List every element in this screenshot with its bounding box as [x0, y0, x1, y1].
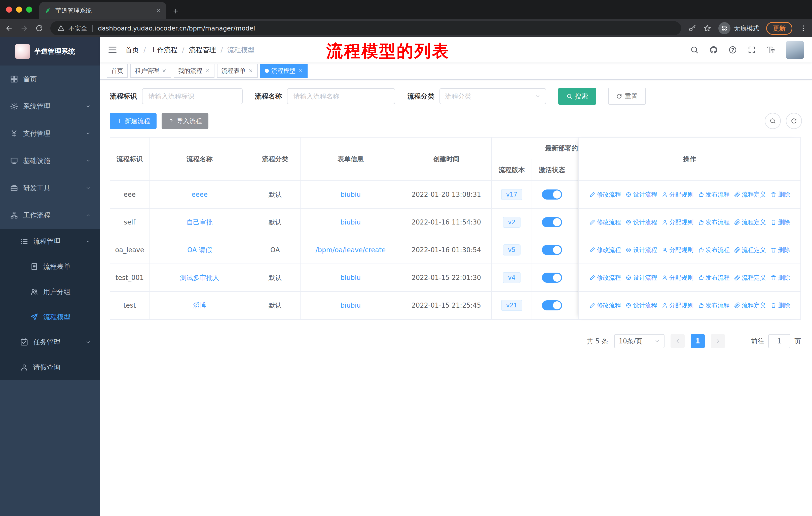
breadcrumb-item[interactable]: 流程管理: [189, 45, 216, 54]
sidebar-item-user-group[interactable]: 用户分组: [0, 279, 100, 304]
sidebar-item-home[interactable]: 首页: [0, 65, 100, 93]
bookmark-star-icon[interactable]: [703, 24, 711, 32]
forward-icon[interactable]: [20, 24, 28, 32]
cell-form-link[interactable]: biubiu: [300, 264, 401, 292]
hamburger-icon[interactable]: [108, 45, 117, 55]
sidebar-item-devtools[interactable]: 研发工具: [0, 174, 100, 201]
op-assign-link[interactable]: 分配规则: [662, 246, 693, 254]
tag-流程表单[interactable]: 流程表单: [217, 64, 258, 78]
cell-form-link[interactable]: biubiu: [300, 292, 401, 320]
goto-page-input[interactable]: [768, 334, 790, 348]
op-publish-link[interactable]: 发布流程: [698, 190, 730, 198]
url-bar[interactable]: 不安全 dashboard.yudao.iocoder.cn/bpm/manag…: [50, 21, 681, 35]
op-definition-link[interactable]: 流程定义: [734, 274, 766, 282]
cell-form-link[interactable]: biubiu: [300, 209, 401, 236]
window-zoom-button[interactable]: [26, 6, 32, 12]
op-definition-link[interactable]: 流程定义: [734, 218, 766, 226]
prev-page-button[interactable]: [671, 334, 685, 348]
help-icon[interactable]: [728, 46, 737, 54]
sidebar-item-process-model[interactable]: 流程模型: [0, 304, 100, 330]
fullscreen-icon[interactable]: [748, 46, 756, 54]
op-modify-link[interactable]: 修改流程: [589, 301, 621, 309]
op-modify-link[interactable]: 修改流程: [589, 246, 621, 254]
window-close-button[interactable]: [6, 6, 12, 12]
browser-menu-icon[interactable]: [800, 24, 807, 32]
next-page-button[interactable]: [711, 334, 725, 348]
tag-租户管理[interactable]: 租户管理: [130, 64, 171, 78]
op-delete-link[interactable]: 删除: [771, 218, 790, 226]
window-minimize-button[interactable]: [16, 6, 22, 12]
sidebar-item-workflow[interactable]: 工作流程: [0, 201, 100, 229]
current-page[interactable]: 1: [691, 334, 705, 348]
op-definition-link[interactable]: 流程定义: [734, 301, 766, 309]
process-name-input[interactable]: [287, 88, 395, 104]
refresh-table-button[interactable]: [786, 113, 802, 129]
toggle-search-button[interactable]: [765, 113, 781, 129]
op-publish-link[interactable]: 发布流程: [698, 301, 730, 309]
reset-button[interactable]: 重置: [608, 88, 646, 105]
op-assign-link[interactable]: 分配规则: [662, 274, 693, 282]
create-process-button[interactable]: 新建流程: [110, 113, 156, 129]
sidebar-logo[interactable]: 芋道管理系统: [0, 37, 100, 65]
user-avatar[interactable]: [786, 41, 804, 59]
cell-form-link[interactable]: /bpm/oa/leave/create: [300, 236, 401, 264]
op-delete-link[interactable]: 删除: [771, 301, 790, 309]
op-publish-link[interactable]: 发布流程: [698, 246, 730, 254]
search-icon[interactable]: [690, 46, 699, 54]
op-publish-link[interactable]: 发布流程: [698, 274, 730, 282]
active-toggle[interactable]: [542, 245, 562, 255]
reload-icon[interactable]: [35, 24, 43, 32]
cell-form-link[interactable]: biubiu: [300, 181, 401, 209]
sidebar-item-payment[interactable]: 支付管理: [0, 120, 100, 147]
sidebar-item-leave-query[interactable]: 请假查询: [0, 355, 100, 380]
tag-close-icon[interactable]: [205, 68, 210, 73]
op-definition-link[interactable]: 流程定义: [734, 190, 766, 198]
password-key-icon[interactable]: [688, 24, 696, 32]
back-icon[interactable]: [5, 24, 13, 32]
sidebar-item-infra[interactable]: 基础设施: [0, 147, 100, 174]
sidebar-item-process-form[interactable]: 流程表单: [0, 254, 100, 279]
page-size-select[interactable]: 10条/页: [614, 334, 665, 348]
tag-close-icon[interactable]: [248, 68, 253, 73]
cell-name-link[interactable]: 自己审批: [149, 209, 250, 236]
op-publish-link[interactable]: 发布流程: [698, 218, 730, 226]
op-design-link[interactable]: 设计流程: [626, 218, 657, 226]
browser-tab[interactable]: 芋道管理系统: [39, 2, 166, 19]
sidebar-item-task-mgmt[interactable]: 任务管理: [0, 330, 100, 355]
cell-name-link[interactable]: eeee: [149, 181, 250, 209]
github-icon[interactable]: [709, 46, 718, 54]
op-design-link[interactable]: 设计流程: [626, 301, 657, 309]
cell-name-link[interactable]: 测试多审批人: [149, 264, 250, 292]
breadcrumb-item[interactable]: 首页: [125, 45, 139, 54]
active-toggle[interactable]: [542, 217, 562, 227]
tag-首页[interactable]: 首页: [107, 64, 128, 78]
tab-close-icon[interactable]: [155, 8, 161, 13]
active-toggle[interactable]: [542, 300, 562, 310]
breadcrumb-item[interactable]: 工作流程: [150, 45, 177, 54]
op-assign-link[interactable]: 分配规则: [662, 301, 693, 309]
op-modify-link[interactable]: 修改流程: [589, 274, 621, 282]
search-button[interactable]: 搜索: [558, 88, 596, 105]
update-button[interactable]: 更新: [766, 22, 792, 35]
new-tab-icon[interactable]: [172, 7, 179, 15]
op-design-link[interactable]: 设计流程: [626, 246, 657, 254]
category-select[interactable]: 流程分类: [439, 88, 546, 104]
active-toggle[interactable]: [542, 273, 562, 283]
cell-name-link[interactable]: OA 请假: [149, 236, 250, 264]
font-size-icon[interactable]: [767, 46, 775, 54]
sidebar-item-process-mgmt[interactable]: 流程管理: [0, 229, 100, 254]
op-modify-link[interactable]: 修改流程: [589, 190, 621, 198]
tag-close-icon[interactable]: [162, 68, 167, 73]
op-delete-link[interactable]: 删除: [771, 190, 790, 198]
process-key-input[interactable]: [142, 88, 243, 104]
op-design-link[interactable]: 设计流程: [626, 274, 657, 282]
op-delete-link[interactable]: 删除: [771, 274, 790, 282]
import-process-button[interactable]: 导入流程: [162, 113, 208, 129]
op-modify-link[interactable]: 修改流程: [589, 218, 621, 226]
tag-close-icon[interactable]: [298, 68, 303, 73]
op-assign-link[interactable]: 分配规则: [662, 190, 693, 198]
security-warning-icon[interactable]: [57, 25, 64, 32]
active-toggle[interactable]: [542, 189, 562, 199]
sidebar-item-system[interactable]: 系统管理: [0, 93, 100, 120]
cell-name-link[interactable]: 滔博: [149, 292, 250, 320]
